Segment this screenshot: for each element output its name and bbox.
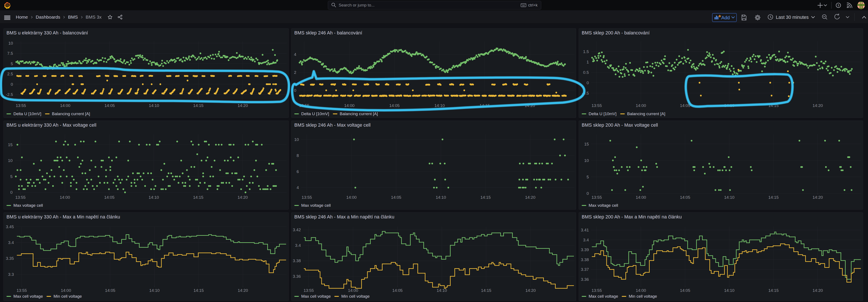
svg-text:14:10: 14:10 [435, 103, 445, 108]
svg-text:14:20: 14:20 [238, 103, 248, 108]
svg-text:3.38: 3.38 [581, 258, 589, 262]
svg-text:3.3: 3.3 [8, 272, 14, 277]
svg-text:14:20: 14:20 [525, 195, 535, 200]
svg-text:0: 0 [294, 88, 296, 93]
svg-text:3.4: 3.4 [583, 238, 589, 242]
svg-text:0: 0 [10, 82, 13, 87]
svg-text:2.5: 2.5 [7, 72, 13, 76]
svg-text:14:15: 14:15 [193, 195, 204, 200]
svg-text:3.37: 3.37 [581, 267, 589, 272]
svg-text:14:15: 14:15 [193, 103, 204, 108]
svg-text:14:00: 14:00 [348, 288, 359, 293]
svg-text:15: 15 [584, 142, 589, 146]
svg-text:3.35: 3.35 [6, 256, 14, 261]
svg-text:14:20: 14:20 [525, 288, 536, 293]
svg-text:14:20: 14:20 [813, 103, 823, 108]
svg-text:14:05: 14:05 [392, 288, 403, 293]
svg-text:3.42: 3.42 [293, 228, 301, 232]
svg-text:14:05: 14:05 [389, 103, 400, 108]
svg-text:14:05: 14:05 [105, 288, 115, 293]
svg-text:0: 0 [586, 81, 589, 85]
svg-text:14:00: 14:00 [61, 288, 71, 293]
svg-text:14:10: 14:10 [724, 288, 735, 293]
svg-text:14:10: 14:10 [436, 195, 446, 200]
svg-text:3.36: 3.36 [293, 274, 301, 279]
svg-text:-2.5: -2.5 [6, 92, 13, 97]
svg-text:14:15: 14:15 [481, 288, 492, 293]
svg-text:14:20: 14:20 [813, 195, 823, 200]
svg-text:14:20: 14:20 [813, 288, 823, 293]
svg-text:3.4: 3.4 [8, 240, 14, 245]
svg-text:14:00: 14:00 [344, 103, 355, 108]
svg-text:14:20: 14:20 [238, 288, 248, 293]
svg-text:8: 8 [297, 153, 299, 158]
svg-text:14:00: 14:00 [636, 103, 646, 108]
svg-text:14:10: 14:10 [149, 288, 160, 293]
svg-text:14:05: 14:05 [104, 195, 115, 200]
svg-text:2: 2 [294, 70, 296, 75]
svg-text:14:15: 14:15 [768, 288, 779, 293]
svg-text:13:55: 13:55 [591, 103, 602, 108]
svg-text:10: 10 [8, 158, 12, 163]
svg-text:14:15: 14:15 [193, 288, 204, 293]
svg-text:0.5: 0.5 [583, 70, 589, 75]
svg-text:3.36: 3.36 [581, 277, 589, 282]
svg-text:14:10: 14:10 [724, 195, 735, 200]
svg-text:0: 0 [586, 191, 589, 196]
svg-text:14:05: 14:05 [104, 103, 115, 108]
svg-text:13:55: 13:55 [302, 195, 312, 200]
svg-text:13:55: 13:55 [17, 288, 27, 293]
svg-text:4: 4 [297, 185, 299, 190]
svg-text:1.5: 1.5 [583, 49, 589, 54]
svg-text:5: 5 [10, 61, 13, 66]
svg-text:4: 4 [294, 52, 296, 57]
svg-text:13:55: 13:55 [591, 288, 602, 293]
svg-text:3.39: 3.39 [581, 247, 589, 252]
svg-text:10: 10 [294, 137, 299, 142]
svg-text:14:05: 14:05 [680, 195, 690, 200]
svg-text:13:55: 13:55 [591, 195, 602, 200]
svg-text:10: 10 [8, 41, 13, 46]
svg-text:14:15: 14:15 [768, 195, 779, 200]
svg-text:1: 1 [586, 60, 589, 64]
svg-text:13:55: 13:55 [16, 195, 26, 200]
svg-text:14:05: 14:05 [391, 195, 401, 200]
svg-text:14:10: 14:10 [437, 288, 447, 293]
svg-text:14:10: 14:10 [149, 195, 159, 200]
svg-text:14:20: 14:20 [238, 195, 248, 200]
svg-text:13:55: 13:55 [304, 288, 314, 293]
svg-text:3.41: 3.41 [581, 228, 589, 232]
svg-text:14:15: 14:15 [480, 195, 491, 200]
svg-text:14:05: 14:05 [680, 288, 690, 293]
svg-text:3.45: 3.45 [6, 224, 14, 229]
svg-text:7.5: 7.5 [7, 51, 13, 56]
svg-text:5: 5 [586, 175, 589, 179]
svg-text:14:00: 14:00 [346, 195, 356, 200]
svg-text:14:00: 14:00 [60, 103, 70, 108]
svg-text:14:00: 14:00 [636, 288, 646, 293]
svg-text:0: 0 [10, 190, 12, 194]
svg-text:14:00: 14:00 [60, 195, 70, 200]
svg-text:6: 6 [297, 169, 299, 174]
svg-text:3.38: 3.38 [293, 259, 301, 263]
svg-text:10: 10 [584, 158, 589, 163]
svg-text:13:55: 13:55 [16, 103, 26, 108]
svg-text:3.4: 3.4 [295, 243, 301, 248]
svg-text:15: 15 [8, 143, 12, 147]
svg-text:14:00: 14:00 [636, 195, 646, 200]
svg-text:5: 5 [10, 174, 12, 179]
svg-text:14:10: 14:10 [149, 103, 159, 108]
